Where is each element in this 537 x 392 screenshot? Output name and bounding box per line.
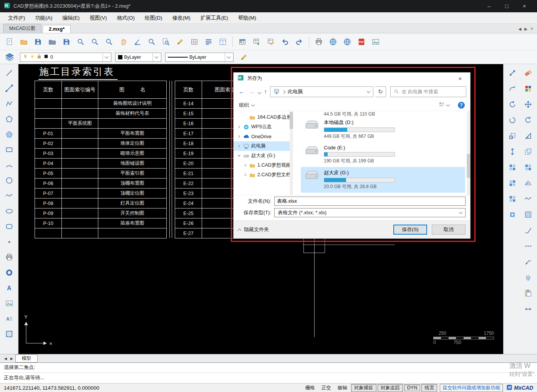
drive-item-drive-e[interactable]: Code (E:)190 GB 可用, 共 199 GB [301, 142, 465, 167]
menu-extend-tools[interactable]: 扩展工具(E) [196, 13, 233, 23]
status-toggle-lineweight[interactable]: 线宽 [421, 384, 437, 392]
open-folder-button[interactable] [46, 35, 59, 48]
paste-block-tool-button[interactable] [521, 286, 535, 300]
cancel-button[interactable]: 取消 [432, 225, 466, 235]
find-button[interactable] [159, 35, 172, 48]
table-style-button[interactable] [236, 35, 249, 48]
color-select[interactable]: ByLayer [115, 53, 161, 62]
quick-draw-button[interactable] [174, 35, 187, 48]
dialog-close-icon[interactable]: × [454, 75, 466, 82]
chamfer-tool-button[interactable] [521, 223, 535, 237]
tree-item-wps-cloud-drive[interactable]: WWPS云盘 [234, 122, 290, 132]
nav-back-icon[interactable]: ← [237, 88, 246, 95]
image-insert-tool-button[interactable] [2, 296, 16, 310]
menu-help[interactable]: 帮助(M) [233, 13, 261, 23]
tab-close-icon[interactable]: × [530, 26, 533, 31]
save-button[interactable]: 保存(S) [393, 225, 427, 235]
table-export-button[interactable] [250, 35, 263, 48]
menu-file[interactable]: 文件(F) [3, 13, 30, 23]
organize-button[interactable]: 组织 [239, 102, 254, 109]
revision-cloud-tool-button[interactable] [521, 192, 535, 206]
solid-polygon-tool-button[interactable] [2, 127, 16, 141]
print-button[interactable] [312, 35, 325, 48]
layout-prev-icon[interactable]: ◀ [3, 357, 8, 361]
export-pdf-button[interactable]: PDF [355, 35, 368, 48]
menu-edit[interactable]: 编辑(E) [57, 13, 85, 23]
tab-scroll-right-icon[interactable]: ▶ [524, 27, 527, 31]
command-line-panel[interactable]: 选择第二角点: 正在导出,请等待... [0, 362, 537, 383]
linetype-tool-button[interactable] [521, 239, 535, 253]
feedback-link[interactable]: 提交软件问题或增加新功能 [440, 384, 503, 392]
menu-function[interactable]: 功能(A) [30, 13, 57, 23]
rounded-rectangle-tool-button[interactable] [2, 219, 16, 233]
layer-dropdown-caret-icon[interactable] [103, 53, 109, 61]
table-edit-button[interactable] [264, 35, 277, 48]
region-fill-tool-button[interactable] [521, 207, 535, 222]
nav-history-chevron-icon[interactable] [258, 89, 261, 95]
undo-button[interactable] [278, 35, 292, 48]
rectangle-tool-button[interactable] [2, 142, 16, 157]
stretch-tool-button[interactable] [506, 66, 519, 80]
mtext-tool-button[interactable]: A [2, 311, 16, 326]
status-toggle-dyn[interactable]: DYN [404, 384, 420, 391]
open-web-button[interactable] [341, 35, 354, 48]
polyline-tool-button[interactable] [2, 96, 16, 111]
filename-input[interactable] [274, 197, 466, 206]
lengthen-tool-button[interactable] [506, 144, 519, 159]
status-toggle-osnap[interactable]: 对象捕捉 [351, 384, 376, 392]
drive-item-drive-g[interactable]: 赵大皮 (G:)20.0 GB 可用, 共 28.8 GB [301, 167, 465, 193]
redo-button[interactable] [293, 35, 306, 48]
tree-item-folder-2-cad-docs[interactable]: 2.CAD梦想文档 [234, 170, 290, 180]
text-content-button[interactable] [202, 35, 215, 48]
refresh-button[interactable]: ↻ [375, 86, 386, 97]
text-tool-button[interactable]: A [2, 281, 16, 295]
tab-mxcad-cloud[interactable]: MxCAD云图 [3, 24, 41, 33]
ellipse-tool-button[interactable] [2, 204, 16, 218]
layers-icon[interactable] [3, 51, 16, 64]
zoom-window-button[interactable] [88, 35, 101, 48]
leader-tool-button[interactable] [521, 255, 535, 269]
draworder-pencil-icon[interactable] [237, 51, 250, 64]
model-tab[interactable]: 模型 [15, 354, 38, 362]
array-grid-tool-button[interactable] [521, 160, 535, 174]
layer-select[interactable]: 0 [20, 53, 111, 62]
layout-next-icon[interactable]: ▶ [9, 357, 14, 361]
menu-format[interactable]: 格式(O) [112, 13, 140, 23]
tree-item-onedrive[interactable]: OneDrive [234, 132, 290, 141]
tab-2mxg[interactable]: 2.mxg* [43, 25, 71, 33]
polyline-edit-tool-button[interactable] [506, 81, 519, 96]
linetype-select[interactable]: ByLayer [165, 53, 234, 62]
insert-table-button[interactable] [188, 35, 201, 48]
tab-scroll-left-icon[interactable]: ◀ [519, 27, 522, 31]
scale-tool-button[interactable] [506, 129, 519, 143]
zoom-realtime-button[interactable] [145, 35, 158, 48]
publish-web-button[interactable] [327, 35, 340, 48]
move-tool-button[interactable] [521, 97, 535, 111]
construction-line-tool-button[interactable] [2, 81, 16, 95]
rotate-tool-button[interactable] [521, 113, 535, 127]
point-align-tool-button[interactable] [521, 302, 535, 316]
color-dropdown-caret-icon[interactable] [152, 53, 159, 61]
break-tool-button[interactable] [506, 113, 519, 127]
solid-box-tool-button[interactable] [521, 270, 535, 284]
minimize-button[interactable]: – [480, 0, 498, 12]
save-as-button[interactable] [60, 35, 73, 48]
menu-view[interactable]: 视图(V) [85, 13, 112, 23]
polygon-tool-button[interactable] [2, 112, 16, 126]
donut-tool-button[interactable] [2, 265, 16, 280]
export-image-button[interactable] [369, 35, 382, 48]
copy-array-tool-button[interactable] [506, 176, 519, 190]
point-tool-button[interactable] [2, 235, 16, 249]
tree-item-drive-g[interactable]: 赵大皮 (G:) [234, 151, 290, 160]
view-options-button[interactable] [439, 101, 449, 109]
tree-item-this-pc[interactable]: 此电脑 [234, 141, 290, 151]
group-tool-button[interactable] [506, 192, 519, 206]
spline-tool-button[interactable] [2, 189, 16, 203]
align-tool-button[interactable] [521, 129, 535, 143]
search-box[interactable]: 在 此电脑 中搜索 [390, 86, 466, 97]
help-icon[interactable]: ? [458, 102, 465, 109]
menu-modify[interactable]: 修改(M) [167, 13, 196, 23]
zoom-extents-button[interactable] [103, 35, 116, 48]
arc-tool-button[interactable] [2, 158, 16, 172]
nav-up-icon[interactable]: ↑ [263, 88, 268, 95]
